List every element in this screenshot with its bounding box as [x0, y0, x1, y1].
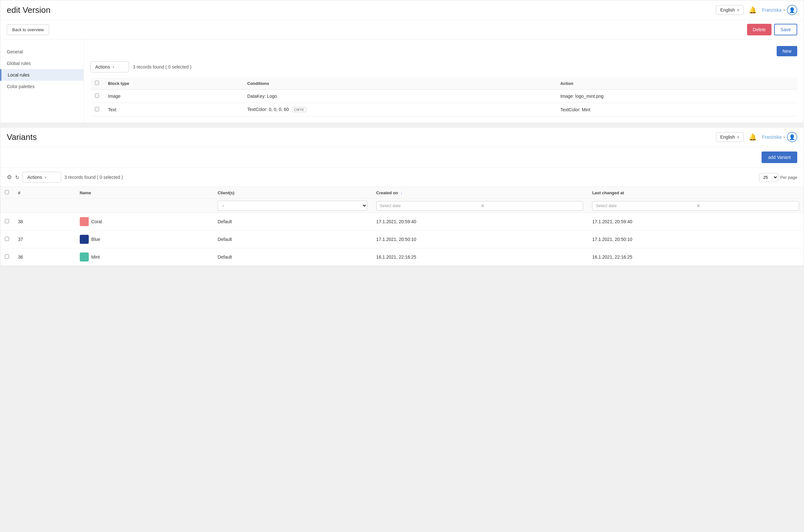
variant-name: Blue	[91, 237, 100, 242]
variant-row-checkbox-cell	[0, 248, 14, 266]
name-col-header: Name	[75, 187, 213, 199]
username-label: Franziska	[762, 7, 782, 13]
variants-dropdown-arrow-icon: ▾	[45, 176, 46, 179]
table-row[interactable]: Text TextColor: 0, 0, 0, 60 CMYK TextCol…	[90, 103, 797, 116]
last-changed-clear-icon[interactable]: ✕	[696, 203, 796, 208]
variant-created-on-cell: 17.1.2021, 20:59:40	[372, 213, 588, 231]
sidebar-item-local-rules[interactable]: Local rules	[0, 69, 83, 81]
delete-button[interactable]: Delete	[747, 24, 771, 35]
variant-name: Coral	[91, 219, 102, 224]
variant-created-on-cell: 17.1.2021, 20:50:10	[372, 231, 588, 248]
last-changed-placeholder: Select date	[596, 203, 695, 208]
table-row[interactable]: 37 Blue Default 17.1.2021, 20:50:10 17.1…	[0, 231, 804, 248]
number-col-header: #	[14, 187, 75, 199]
table-row[interactable]: Image DataKey: Logo Image: logo_mint.png	[90, 90, 797, 103]
action-cell: TextColor: Mint	[556, 103, 797, 116]
variant-created-on-cell: 16.1.2021, 22:16:25	[372, 248, 588, 266]
variant-clients-cell: Default	[213, 231, 372, 248]
variant-last-changed-cell: 17.1.2021, 20:59:40	[588, 213, 804, 231]
row-checkbox[interactable]	[95, 107, 99, 111]
variant-row-checkbox-cell	[0, 213, 14, 231]
sort-down-icon: ↓	[400, 190, 403, 195]
edit-version-header: edit Version English ⬍ 🔔 Franziska ▾ 👤	[0, 0, 804, 20]
records-count: 3 records found ( 0 selected )	[133, 64, 191, 70]
variants-table: # Name Client(s) Created on ↓ Last chang…	[0, 187, 804, 266]
actions-label: Actions	[95, 64, 110, 70]
actions-dropdown[interactable]: Actions ▾	[90, 61, 129, 72]
chevron-down-icon: ⬍	[737, 8, 739, 12]
block-type-header: Block type	[103, 77, 243, 90]
block-type-cell: Text	[103, 103, 243, 116]
conditions-cell: TextColor: 0, 0, 0, 60 CMYK	[243, 103, 556, 116]
variants-user-chevron-icon: ▾	[783, 135, 785, 139]
actions-bar: Actions ▾ 3 records found ( 0 selected )	[90, 61, 797, 72]
variants-user-menu[interactable]: Franziska ▾ 👤	[762, 132, 797, 142]
filter-row: - Default Select date ✕ Select date ✕	[0, 199, 804, 213]
variants-select-all-checkbox[interactable]	[5, 190, 9, 194]
variants-title: Variants	[7, 132, 37, 142]
new-button[interactable]: New	[777, 46, 797, 56]
variant-name-cell: Mint	[75, 248, 213, 266]
variant-number-cell: 37	[14, 231, 75, 248]
dropdown-arrow-icon: ▾	[113, 65, 114, 69]
color-swatch	[80, 235, 89, 244]
variants-username: Franziska	[762, 134, 782, 139]
variants-actions-label: Actions	[27, 175, 42, 180]
created-on-date-filter[interactable]: Select date ✕	[376, 201, 583, 211]
row-checkbox-cell	[90, 103, 103, 116]
variants-select-all-header	[0, 187, 14, 199]
add-variant-button[interactable]: add Variant	[762, 152, 797, 163]
back-to-overview-button[interactable]: Back to overview	[7, 24, 49, 35]
filter-name-cell	[75, 199, 213, 213]
per-page-select[interactable]: 25 50 100	[759, 173, 778, 182]
variants-toolbar: ⚙ ↻ Actions ▾ 3 records found ( 0 select…	[0, 168, 804, 187]
action-cell: Image: logo_mint.png	[556, 90, 797, 103]
variant-last-changed-cell: 17.1.2021, 20:50:10	[588, 231, 804, 248]
select-all-checkbox[interactable]	[95, 81, 99, 85]
page-title: edit Version	[7, 5, 51, 15]
filter-clients-cell: - Default	[213, 199, 372, 213]
filter-created-on-cell: Select date ✕	[372, 199, 588, 213]
variant-row-checkbox-cell	[0, 231, 14, 248]
variants-bell-icon[interactable]: 🔔	[749, 133, 757, 141]
main-content: General Global rules Local rules Color p…	[0, 40, 804, 123]
sidebar-item-global-rules[interactable]: Global rules	[0, 58, 83, 69]
variant-number-cell: 38	[14, 213, 75, 231]
table-row[interactable]: 36 Mint Default 16.1.2021, 22:16:25 16.1…	[0, 248, 804, 266]
cmyk-badge: CMYK	[292, 107, 306, 112]
block-type-cell: Image	[103, 90, 243, 103]
variants-panel: Variants English ⬍ 🔔 Franziska ▾ 👤 add V…	[0, 127, 804, 266]
variants-actions-dropdown[interactable]: Actions ▾	[22, 172, 61, 183]
sidebar-item-general[interactable]: General	[0, 46, 83, 58]
language-selector[interactable]: English ⬍	[716, 5, 744, 15]
variant-row-checkbox[interactable]	[5, 254, 9, 259]
variants-chevron-icon: ⬍	[737, 135, 739, 139]
user-menu[interactable]: Franziska ▾ 👤	[762, 5, 797, 15]
clients-filter-select[interactable]: - Default	[218, 201, 367, 211]
variant-row-checkbox[interactable]	[5, 219, 9, 223]
variant-clients-cell: Default	[213, 248, 372, 266]
clients-col-header: Client(s)	[213, 187, 372, 199]
created-on-placeholder: Select date	[380, 203, 479, 208]
save-button[interactable]: Save	[774, 24, 797, 35]
edit-version-panel: edit Version English ⬍ 🔔 Franziska ▾ 👤 B…	[0, 0, 804, 123]
last-changed-date-filter[interactable]: Select date ✕	[592, 201, 799, 211]
color-swatch	[80, 252, 89, 262]
refresh-icon[interactable]: ↻	[15, 174, 19, 180]
select-all-header	[90, 77, 103, 90]
variants-language-selector[interactable]: English ⬍	[716, 132, 744, 142]
sidebar: General Global rules Local rules Color p…	[0, 40, 84, 123]
row-checkbox[interactable]	[95, 94, 99, 98]
variant-clients-cell: Default	[213, 213, 372, 231]
variant-row-checkbox[interactable]	[5, 237, 9, 241]
filter-checkbox-cell	[0, 199, 14, 213]
table-row[interactable]: 38 Coral Default 17.1.2021, 20:59:40 17.…	[0, 213, 804, 231]
bell-icon[interactable]: 🔔	[749, 6, 757, 14]
action-header: Action	[556, 77, 797, 90]
created-on-col-header[interactable]: Created on ↓	[372, 187, 588, 199]
variant-name-cell: Coral	[75, 213, 213, 231]
user-chevron-icon: ▾	[783, 8, 785, 12]
sidebar-item-color-palettes[interactable]: Color palettes	[0, 81, 83, 92]
created-on-clear-icon[interactable]: ✕	[481, 203, 580, 208]
settings-icon[interactable]: ⚙	[7, 174, 12, 181]
